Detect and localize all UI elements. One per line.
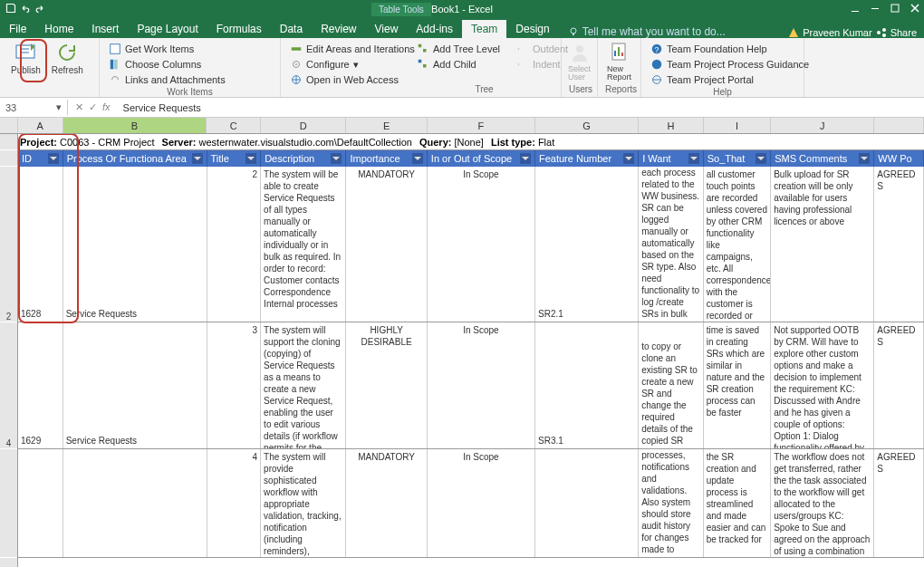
col-header[interactable]: G	[535, 118, 639, 133]
cell[interactable]: 1629	[18, 322, 63, 448]
minimize-icon[interactable]	[870, 3, 881, 15]
cancel-formula-icon[interactable]: ✕	[75, 101, 83, 113]
cell[interactable]: time is saved in creating SRs which are …	[704, 322, 771, 448]
cell[interactable]: In Scope	[428, 322, 535, 448]
col-header[interactable]: D	[261, 118, 346, 133]
th-so[interactable]: So_That	[704, 150, 771, 167]
publish-button[interactable]: Publish	[7, 40, 44, 77]
th-id[interactable]: ID	[18, 150, 63, 167]
get-work-items[interactable]: Get Work Items	[107, 42, 227, 56]
cell[interactable]: Service Requests	[63, 167, 207, 322]
th-area[interactable]: Process Or Functiona Area	[63, 150, 207, 167]
th-title[interactable]: Title	[207, 150, 262, 167]
tab-add-ins[interactable]: Add-ins	[407, 20, 462, 38]
tab-file[interactable]: File	[0, 20, 35, 38]
cell[interactable]: Not supported OOTB by CRM. Will have to …	[771, 322, 874, 448]
cell[interactable]	[63, 449, 207, 557]
filter-icon[interactable]	[688, 153, 699, 164]
refresh-button[interactable]: Refresh	[48, 40, 87, 77]
add-tree-level[interactable]: Add Tree Level	[415, 42, 502, 56]
name-box[interactable]: 33 ▾	[0, 100, 68, 115]
cell[interactable]: 1628	[18, 167, 63, 322]
cell[interactable]: the SR creation and update process is st…	[704, 449, 771, 557]
edit-areas[interactable]: Edit Areas and Iterations	[288, 42, 400, 56]
col-header[interactable]: B	[63, 118, 207, 133]
save-icon[interactable]	[5, 3, 16, 15]
chevron-down-icon[interactable]: ▾	[56, 101, 62, 113]
cell[interactable]: the system to allow creation of workflow…	[639, 449, 704, 557]
row-header[interactable]	[0, 134, 17, 150]
maximize-icon[interactable]	[890, 3, 900, 15]
cell[interactable]: AGREED S	[874, 167, 924, 322]
row-header[interactable]	[0, 150, 17, 167]
col-header[interactable]: A	[18, 118, 63, 133]
th-want[interactable]: I Want	[639, 150, 704, 167]
row-header[interactable]: 4	[0, 322, 17, 449]
redo-icon[interactable]	[34, 3, 45, 15]
tab-review[interactable]: Review	[312, 20, 365, 38]
th-sms[interactable]: SMS Comments	[771, 150, 874, 167]
cell[interactable]: The system will be able to create Servic…	[261, 167, 346, 322]
tab-data[interactable]: Data	[271, 20, 312, 38]
team-project-portal[interactable]: Team Project Portal	[649, 72, 796, 87]
table-row[interactable]: 4The system will provide sophisticated w…	[18, 449, 924, 558]
th-ww[interactable]: WW Po	[874, 150, 924, 167]
row-header[interactable]	[0, 449, 17, 558]
team-process-guidance[interactable]: Team Project Process Guidance	[649, 57, 796, 72]
tab-team[interactable]: Team	[462, 20, 506, 38]
cell[interactable]: all customer touch points are recorded u…	[704, 167, 771, 322]
filter-icon[interactable]	[331, 153, 342, 164]
col-header[interactable]	[874, 118, 924, 133]
th-imp[interactable]: Importance	[346, 150, 427, 167]
links-attachments[interactable]: Links and Attachments	[107, 72, 227, 87]
formula-input[interactable]: Service Requests	[118, 102, 201, 113]
tell-me[interactable]: Tell me what you want to do...	[559, 25, 726, 38]
undo-icon[interactable]	[20, 3, 31, 15]
cell[interactable]: 2	[207, 167, 262, 322]
col-header[interactable]: H	[639, 118, 704, 133]
choose-columns[interactable]: Choose Columns	[107, 57, 227, 72]
filter-icon[interactable]	[48, 153, 59, 164]
filter-icon[interactable]	[859, 153, 870, 164]
cell[interactable]: Bulk upload for SR creation will be only…	[771, 167, 874, 322]
grid[interactable]: Project: C0063 - CRM Project Server: wes…	[18, 134, 924, 567]
team-foundation-help[interactable]: ?Team Foundation Help	[649, 42, 796, 56]
row-header[interactable]: 2	[0, 167, 17, 322]
cell[interactable]: 3	[207, 322, 262, 448]
filter-icon[interactable]	[245, 153, 256, 164]
tab-formulas[interactable]: Formulas	[207, 20, 271, 38]
col-header[interactable]: F	[428, 118, 535, 133]
cell[interactable]: The system will provide sophisticated wo…	[261, 449, 346, 557]
tab-home[interactable]: Home	[35, 20, 82, 38]
th-feat[interactable]: Feature Number	[535, 150, 639, 167]
cell[interactable]: AGREED S	[874, 449, 924, 557]
fx-icon[interactable]: fx	[102, 101, 111, 113]
filter-icon[interactable]	[756, 153, 766, 164]
select-all-corner[interactable]	[0, 118, 18, 133]
cell[interactable]: AGREED S	[874, 322, 924, 448]
filter-icon[interactable]	[520, 153, 531, 164]
cell[interactable]: to log SRs for each process related to t…	[639, 167, 704, 322]
filter-icon[interactable]	[623, 153, 634, 164]
cell[interactable]	[535, 449, 639, 557]
cell[interactable]: Service Requests	[63, 322, 207, 448]
tab-page-layout[interactable]: Page Layout	[128, 20, 207, 38]
th-scope[interactable]: In or Out of Scope	[428, 150, 535, 167]
table-row[interactable]: 1629Service Requests3The system will sup…	[18, 322, 924, 449]
tab-insert[interactable]: Insert	[82, 20, 128, 38]
cell[interactable]: In Scope	[428, 167, 535, 322]
cell[interactable]: The workflow does not get transferred, r…	[771, 449, 874, 557]
col-header[interactable]: J	[771, 118, 874, 133]
cell[interactable]: MANDATORY	[346, 167, 427, 322]
user-info[interactable]: Praveen Kumar Share	[788, 27, 917, 38]
cell[interactable]	[18, 449, 63, 557]
tab-view[interactable]: View	[366, 20, 408, 38]
cell[interactable]: In Scope	[428, 449, 535, 557]
cell[interactable]: MANDATORY	[346, 449, 427, 557]
cell[interactable]: SR2.1	[535, 167, 639, 322]
table-row[interactable]: 1628Service Requests2The system will be …	[18, 167, 924, 322]
cell[interactable]: The system will support the cloning (cop…	[261, 322, 346, 448]
cell[interactable]: to copy or clone an existing SR to creat…	[639, 322, 704, 448]
cell[interactable]: HIGHLY DESIRABLE	[346, 322, 427, 448]
filter-icon[interactable]	[412, 153, 423, 164]
